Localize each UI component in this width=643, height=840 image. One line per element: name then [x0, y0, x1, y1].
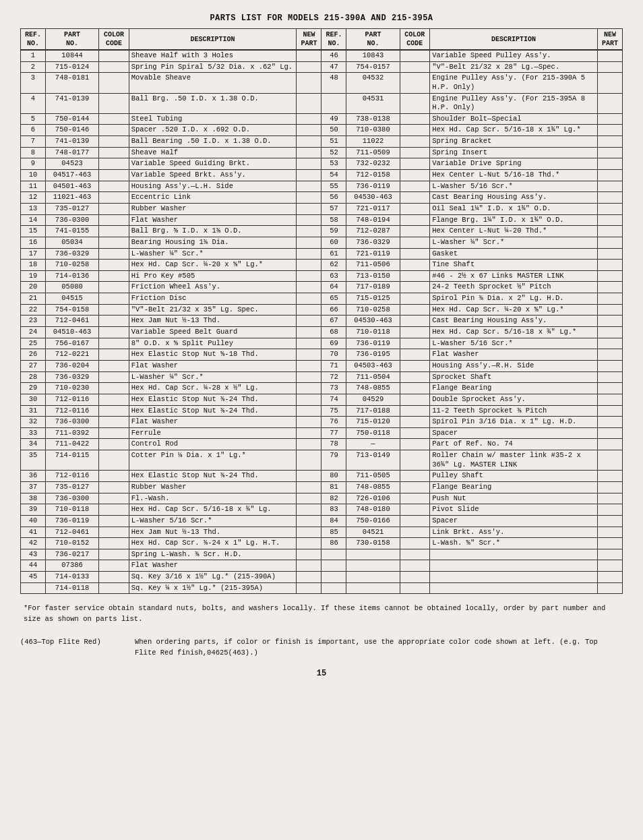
right-desc: Engine Pulley Ass'y. (For 215-395A 8 H.P… [430, 93, 598, 113]
left-part: 741-0139 [46, 136, 99, 148]
table-row: 39 710-0118 Hex Hd. Cap Scr. 5/16-18 x ¾… [21, 504, 623, 516]
right-desc: Double Sprocket Ass'y. [430, 394, 598, 405]
left-desc: L-Washer 5/16 Scr.* [129, 515, 297, 527]
left-new [297, 349, 322, 361]
left-part: 712-0461 [46, 527, 99, 538]
left-new [297, 417, 322, 428]
right-ref: 80 [322, 471, 346, 482]
left-part: 04523 [46, 158, 99, 170]
left-ref: 6 [21, 125, 46, 136]
right-part: 736-0195 [346, 349, 400, 361]
left-color [99, 214, 129, 226]
table-row: 19 714-0136 Hi Pro Key #505 63 713-0150 … [21, 270, 623, 282]
right-color [400, 214, 430, 226]
right-new [597, 515, 622, 527]
left-color [99, 582, 129, 594]
left-part: 736-0217 [46, 549, 99, 560]
right-new [597, 338, 622, 349]
right-color [400, 113, 430, 125]
left-new [297, 405, 322, 417]
left-part: 748-0177 [46, 147, 99, 158]
right-desc: #46 - 2½ x 67 Links MASTER LINK [430, 270, 598, 282]
right-new [597, 417, 622, 428]
left-color [99, 93, 129, 113]
left-color [99, 427, 129, 439]
left-ref: 10 [21, 170, 46, 181]
left-desc: Spacer .520 I.D. x .692 O.D. [129, 125, 297, 136]
right-color [400, 481, 430, 493]
left-color [99, 360, 129, 371]
left-part: 04510-463 [46, 327, 99, 338]
left-new [297, 158, 322, 170]
left-ref: 43 [21, 549, 46, 560]
left-ref: 12 [21, 192, 46, 204]
left-new [297, 515, 322, 527]
left-new [297, 327, 322, 338]
right-part: 738-0138 [346, 113, 400, 125]
right-desc: Link Brkt. Ass'y. [430, 527, 598, 538]
right-new [597, 93, 622, 113]
left-ref: 4 [21, 93, 46, 113]
right-ref: 74 [322, 394, 346, 405]
left-color [99, 226, 129, 237]
right-part: 11022 [346, 136, 400, 148]
right-new [597, 304, 622, 316]
header-description2: DESCRIPTION [430, 29, 598, 51]
right-part: 726-0106 [346, 493, 400, 504]
left-new [297, 371, 322, 383]
left-new [297, 237, 322, 248]
table-row: 8 748-0177 Sheave Half 52 711-0509 Sprin… [21, 147, 623, 158]
table-row: 25 756-0167 8" O.D. x ⅝ Split Pulley 69 … [21, 338, 623, 349]
left-desc: "V"-Belt 21/32 x 35" Lg. Spec. [129, 304, 297, 316]
left-part: 711-0392 [46, 427, 99, 439]
right-new [597, 371, 622, 383]
left-ref: 13 [21, 203, 46, 214]
left-desc: Sheave Half [129, 147, 297, 158]
right-new [597, 394, 622, 405]
right-color [400, 471, 430, 482]
right-ref: 68 [322, 327, 346, 338]
right-part [346, 560, 400, 572]
right-part: 748-0855 [346, 481, 400, 493]
left-new [297, 270, 322, 282]
right-color [400, 349, 430, 361]
left-part: 714-0136 [46, 270, 99, 282]
left-color [99, 113, 129, 125]
right-color [400, 439, 430, 450]
right-desc: Spring Insert [430, 147, 598, 158]
left-new [297, 214, 322, 226]
right-color [400, 226, 430, 237]
right-color [400, 504, 430, 516]
right-color [400, 450, 430, 471]
right-color [400, 203, 430, 214]
right-desc: Pivot Slide [430, 504, 598, 516]
left-ref: 38 [21, 493, 46, 504]
right-desc: Flange Bearing [430, 481, 598, 493]
left-ref: 9 [21, 158, 46, 170]
right-ref: 86 [322, 538, 346, 549]
right-part: 715-0120 [346, 417, 400, 428]
left-part: 714-0115 [46, 450, 99, 471]
left-color [99, 282, 129, 293]
right-color [400, 170, 430, 181]
left-new [297, 471, 322, 482]
right-ref: 83 [322, 504, 346, 516]
right-part: 712-0287 [346, 226, 400, 237]
left-new [297, 93, 322, 113]
right-desc: Spirol Pin ⅜ Dia. x 2" Lg. H.D. [430, 293, 598, 305]
left-color [99, 405, 129, 417]
left-ref: 37 [21, 481, 46, 493]
left-ref: 23 [21, 316, 46, 327]
left-desc: Spring L-Wash. ⅜ Scr. H.D. [129, 549, 297, 560]
right-new [597, 383, 622, 394]
left-ref: 26 [21, 349, 46, 361]
left-part: 710-0258 [46, 260, 99, 271]
right-desc: Gasket [430, 248, 598, 260]
left-desc: Flat Washer [129, 560, 297, 572]
right-ref: 72 [322, 371, 346, 383]
left-new [297, 170, 322, 181]
left-ref: 20 [21, 282, 46, 293]
right-part: 750-0166 [346, 515, 400, 527]
right-new [597, 136, 622, 148]
right-ref: 46 [322, 50, 346, 61]
